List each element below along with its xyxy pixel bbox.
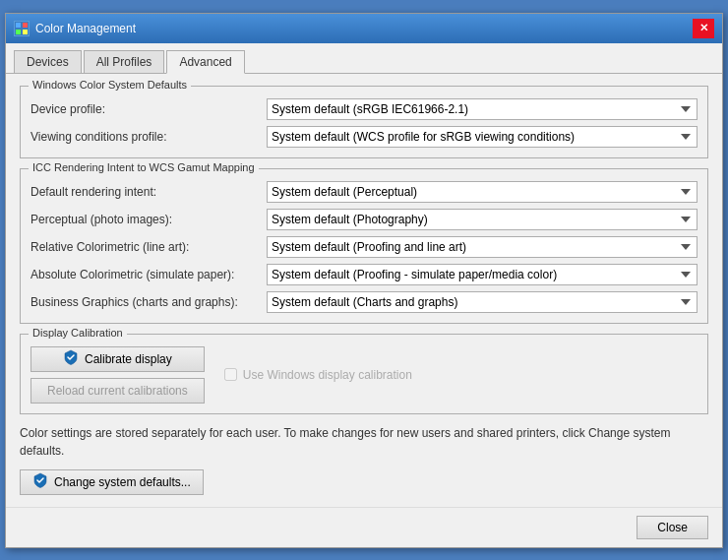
absolute-colorimetric-label: Absolute Colorimetric (simulate paper): [30, 268, 267, 281]
svg-rect-2 [16, 30, 21, 34]
close-button[interactable]: Close [637, 516, 708, 539]
business-graphics-select[interactable]: System default (Charts and graphs) [267, 291, 698, 313]
icc-rendering-title: ICC Rendering Intent to WCS Gamut Mappin… [29, 161, 259, 173]
tab-devices[interactable]: Devices [14, 50, 82, 74]
tabs-bar: Devices All Profiles Advanced [6, 43, 722, 74]
viewing-conditions-select[interactable]: System default (WCS profile for sRGB vie… [267, 126, 698, 148]
bottom-bar: Close [6, 507, 722, 547]
window: Color Management ✕ Devices All Profiles … [5, 13, 723, 548]
window-title: Color Management [35, 22, 136, 35]
use-windows-calibration-label: Use Windows display calibration [243, 368, 412, 382]
svg-rect-1 [23, 23, 28, 28]
shield-icon-defaults [32, 472, 48, 491]
svg-rect-3 [23, 30, 28, 34]
info-text: Color settings are stored separately for… [20, 424, 708, 460]
display-calibration-group: Display Calibration Calibrate display Re… [20, 334, 708, 414]
calibrate-display-label: Calibrate display [85, 352, 172, 366]
business-graphics-row: Business Graphics (charts and graphs): S… [30, 291, 698, 313]
use-windows-calibration-row: Use Windows display calibration [224, 368, 412, 382]
business-graphics-label: Business Graphics (charts and graphs): [30, 295, 267, 309]
title-bar-left: Color Management [14, 21, 136, 36]
device-profile-label: Device profile: [30, 102, 267, 116]
relative-colorimetric-row: Relative Colorimetric (line art): System… [30, 236, 698, 258]
use-windows-calibration-checkbox[interactable] [224, 368, 237, 381]
tab-all-profiles[interactable]: All Profiles [84, 50, 165, 74]
perceptual-row: Perceptual (photo images): System defaul… [30, 209, 698, 230]
viewing-conditions-label: Viewing conditions profile: [30, 130, 267, 144]
display-calibration-title: Display Calibration [29, 327, 127, 339]
absolute-colorimetric-row: Absolute Colorimetric (simulate paper): … [30, 264, 698, 285]
tab-advanced[interactable]: Advanced [166, 50, 244, 74]
default-rendering-label: Default rendering intent: [30, 185, 267, 199]
device-profile-row: Device profile: System default (sRGB IEC… [30, 98, 698, 120]
reload-calibrations-button[interactable]: Reload current calibrations [30, 378, 205, 404]
window-icon [14, 21, 30, 36]
content-area: Windows Color System Defaults Device pro… [6, 74, 722, 507]
change-system-defaults-button[interactable]: Change system defaults... [20, 469, 204, 495]
device-profile-select[interactable]: System default (sRGB IEC61966-2.1) [267, 98, 698, 120]
calibrate-buttons: Calibrate display Reload current calibra… [30, 346, 205, 404]
calibrate-display-button[interactable]: Calibrate display [30, 346, 205, 372]
default-rendering-select[interactable]: System default (Perceptual) [267, 181, 698, 203]
perceptual-select[interactable]: System default (Photography) [267, 209, 698, 230]
windows-color-system-title: Windows Color System Defaults [29, 79, 191, 91]
svg-rect-0 [16, 23, 21, 28]
perceptual-label: Perceptual (photo images): [30, 213, 267, 226]
window-close-button[interactable]: ✕ [693, 19, 714, 38]
relative-colorimetric-select[interactable]: System default (Proofing and line art) [267, 236, 698, 258]
viewing-conditions-row: Viewing conditions profile: System defau… [30, 126, 698, 148]
change-defaults-label: Change system defaults... [54, 475, 191, 489]
calibrate-row: Calibrate display Reload current calibra… [30, 346, 698, 404]
icc-rendering-group: ICC Rendering Intent to WCS Gamut Mappin… [20, 168, 708, 324]
windows-color-system-group: Windows Color System Defaults Device pro… [20, 86, 708, 158]
default-rendering-row: Default rendering intent: System default… [30, 181, 698, 203]
relative-colorimetric-label: Relative Colorimetric (line art): [30, 240, 267, 254]
absolute-colorimetric-select[interactable]: System default (Proofing - simulate pape… [267, 264, 698, 285]
shield-icon [63, 349, 79, 368]
title-bar: Color Management ✕ [6, 14, 722, 43]
